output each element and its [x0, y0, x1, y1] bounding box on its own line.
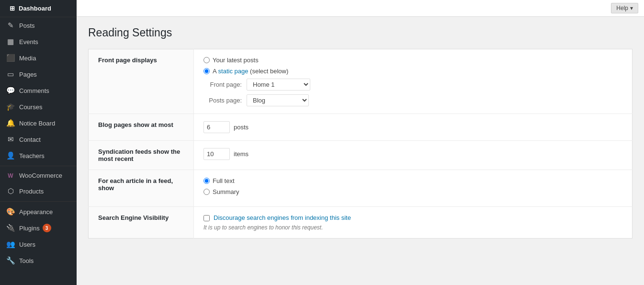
sidebar-item-label: Notice Board: [19, 120, 55, 127]
search-engine-note: It is up to search engines to honor this…: [203, 224, 622, 231]
static-page-link[interactable]: static page: [218, 68, 249, 75]
syndication-label: Syndication feeds show the most recent: [89, 141, 194, 170]
contact-icon: ✉: [6, 135, 15, 144]
search-engine-checkbox-row: Discourage search engines from indexing …: [203, 214, 622, 221]
sidebar-item-label: Media: [19, 55, 36, 62]
posts-page-select[interactable]: Blog News Archive: [247, 94, 309, 106]
front-page-row: Front page displays Your latest posts A …: [89, 49, 633, 114]
blog-pages-input[interactable]: [203, 121, 230, 133]
blog-pages-input-row: posts: [203, 121, 622, 133]
front-page-select-label: Front page:: [203, 81, 242, 88]
sidebar-item-noticeboard[interactable]: 🔔 Notice Board: [0, 115, 77, 131]
blog-pages-value: posts: [194, 114, 633, 141]
sidebar-item-label: Appearance: [19, 208, 53, 216]
blog-pages-label: Blog pages show at most: [89, 114, 194, 141]
events-icon: ▦: [6, 37, 15, 46]
sidebar-item-woocommerce[interactable]: W WooCommerce: [0, 168, 77, 183]
search-engine-checkbox-label[interactable]: Discourage search engines from indexing …: [214, 214, 351, 221]
sidebar-item-label: Events: [19, 38, 38, 46]
sidebar-item-teachers[interactable]: 👤 Teachers: [0, 148, 77, 164]
syndication-suffix: items: [234, 150, 249, 158]
static-page-label[interactable]: A static page (select below): [213, 68, 288, 75]
tools-icon: 🔧: [6, 256, 15, 265]
pages-icon: ▭: [6, 70, 15, 79]
main-content: Help ▾ Reading Settings Front page displ…: [77, 0, 644, 285]
noticeboard-icon: 🔔: [6, 119, 15, 127]
blog-pages-row: Blog pages show at most posts: [89, 114, 633, 141]
summary-option: Summary: [203, 188, 622, 195]
syndication-value: items: [194, 141, 633, 170]
sidebar-item-label: Plugins: [19, 225, 40, 232]
users-icon: 👥: [6, 240, 15, 249]
help-label: Help: [616, 5, 628, 11]
sidebar-item-users[interactable]: 👥 Users: [0, 236, 77, 252]
sidebar-item-pages[interactable]: ▭ Pages: [0, 66, 77, 82]
full-text-option: Full text: [203, 177, 622, 184]
posts-icon: ✎: [6, 21, 15, 30]
syndication-input[interactable]: [203, 148, 230, 160]
sidebar-item-label: WooCommerce: [19, 172, 62, 179]
search-engine-label: Search Engine Visibility: [89, 207, 194, 239]
appearance-icon: 🎨: [6, 207, 15, 216]
search-engine-checkbox[interactable]: [203, 215, 210, 221]
sidebar-item-events[interactable]: ▦ Events: [0, 34, 77, 50]
posts-page-select-row: Posts page: Blog News Archive: [203, 94, 622, 106]
search-engine-row: Search Engine Visibility Discourage sear…: [89, 207, 633, 239]
posts-page-select-label: Posts page:: [203, 97, 242, 104]
feed-show-label: For each article in a feed, show: [89, 170, 194, 207]
sidebar-divider2: [0, 201, 77, 202]
sidebar-item-comments[interactable]: 💬 Comments: [0, 82, 77, 99]
chevron-down-icon: ▾: [630, 5, 633, 11]
sidebar-divider: [0, 166, 77, 166]
teachers-icon: 👤: [6, 151, 15, 160]
sidebar-item-label: Products: [19, 188, 44, 195]
plugins-badge: 3: [43, 224, 51, 232]
wp-logo-icon: ⊞: [10, 5, 15, 12]
sidebar-item-tools[interactable]: 🔧 Tools: [0, 252, 77, 269]
sidebar-item-label: Tools: [19, 257, 34, 264]
sidebar-item-label: Comments: [19, 87, 49, 94]
sidebar-item-label: Posts: [19, 22, 35, 29]
sidebar-item-courses[interactable]: 🎓 Courses: [0, 99, 77, 115]
full-text-label[interactable]: Full text: [213, 177, 235, 184]
sidebar-item-label: Contact: [19, 136, 41, 143]
sidebar-logo-label: Dashboard: [19, 5, 51, 12]
static-page-prefix: A: [213, 68, 216, 75]
comments-icon: 💬: [6, 86, 15, 95]
syndication-input-row: items: [203, 148, 622, 160]
plugins-icon: 🔌: [6, 224, 15, 232]
static-page-radio[interactable]: [203, 68, 210, 74]
content-area: Reading Settings Front page displays You…: [77, 17, 644, 248]
sidebar-item-label: Pages: [19, 71, 37, 78]
sidebar-item-media[interactable]: ⬛ Media: [0, 50, 77, 66]
media-icon: ⬛: [6, 54, 15, 62]
latest-posts-label[interactable]: Your latest posts: [213, 57, 259, 64]
full-text-radio[interactable]: [203, 178, 210, 184]
courses-icon: 🎓: [6, 103, 15, 111]
sidebar-item-appearance[interactable]: 🎨 Appearance: [0, 204, 77, 220]
summary-radio[interactable]: [203, 189, 210, 195]
woocommerce-icon: W: [6, 172, 15, 179]
topbar: Help ▾: [77, 0, 644, 17]
sidebar-item-posts[interactable]: ✎ Posts: [0, 17, 77, 34]
sidebar-logo[interactable]: ⊞ Dashboard: [0, 0, 77, 17]
latest-posts-radio[interactable]: [203, 57, 210, 63]
help-button[interactable]: Help ▾: [611, 3, 638, 13]
search-engine-value: Discourage search engines from indexing …: [194, 207, 633, 239]
sidebar-item-label: Users: [19, 241, 35, 248]
feed-show-value: Full text Summary: [194, 170, 633, 207]
sidebar-item-contact[interactable]: ✉ Contact: [0, 131, 77, 148]
feed-show-row: For each article in a feed, show Full te…: [89, 170, 633, 207]
page-title: Reading Settings: [88, 26, 633, 39]
front-page-label: Front page displays: [89, 49, 194, 114]
static-page-option: A static page (select below): [203, 68, 622, 75]
sidebar-item-label: Courses: [19, 103, 42, 111]
front-page-select-row: Front page: Home 1 Sample Page About: [203, 79, 622, 91]
sidebar: ⊞ Dashboard ✎ Posts ▦ Events ⬛ Media ▭ P…: [0, 0, 77, 285]
front-page-select[interactable]: Home 1 Sample Page About: [247, 79, 310, 91]
summary-label[interactable]: Summary: [213, 188, 239, 195]
sidebar-item-products[interactable]: ⬡ Products: [0, 183, 77, 199]
syndication-row: Syndication feeds show the most recent i…: [89, 141, 633, 170]
sidebar-item-plugins[interactable]: 🔌 Plugins 3: [0, 220, 77, 236]
sidebar-item-label: Teachers: [19, 152, 45, 160]
